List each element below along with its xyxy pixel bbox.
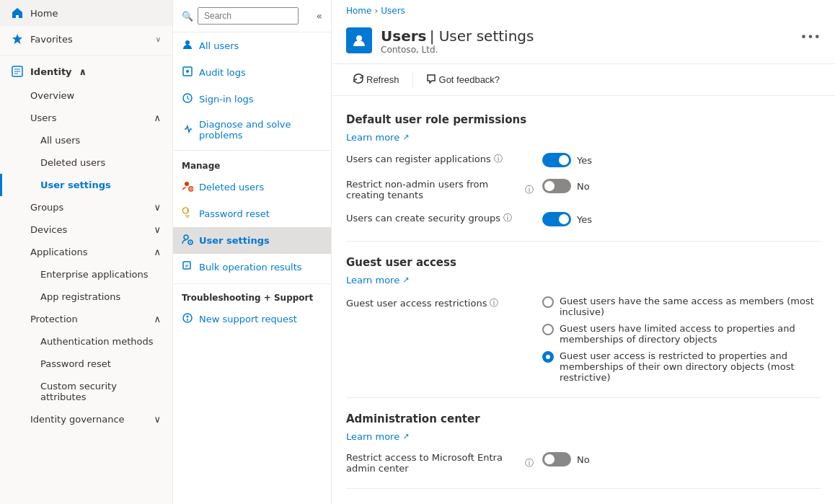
- search-input[interactable]: [198, 7, 299, 25]
- chevron-up-icon-users: ∧: [154, 112, 161, 123]
- middle-signin-logs-label: Sign-in logs: [199, 94, 254, 105]
- chevron-down-icon-devices: ∨: [154, 224, 161, 235]
- refresh-button[interactable]: Refresh: [346, 70, 407, 89]
- middle-item-diagnose[interactable]: Diagnose and solve problems: [173, 112, 331, 147]
- sidebar-item-users[interactable]: Users ∧: [0, 107, 172, 129]
- sidebar-item-identity-governance[interactable]: Identity governance ∨: [0, 408, 172, 430]
- svg-point-9: [184, 235, 188, 239]
- middle-item-deleted-users[interactable]: Deleted users: [173, 174, 331, 200]
- deleted-users-icon: [182, 180, 193, 194]
- info-icon-restrict[interactable]: ⓘ: [525, 184, 534, 196]
- toggle-restrict-admin[interactable]: [542, 452, 571, 467]
- star-icon: [12, 33, 23, 45]
- register-apps-value: Yes: [577, 155, 592, 166]
- page-title: Users | User settings: [381, 27, 792, 45]
- svg-point-6: [185, 182, 189, 186]
- setting-row-register-apps: Users can register applications ⓘ Yes: [346, 153, 821, 167]
- sidebar-item-home[interactable]: Home: [0, 0, 172, 26]
- radio-guest-option-1[interactable]: Guest users have the same access as memb…: [542, 296, 821, 317]
- info-icon-restrict-admin[interactable]: ⓘ: [525, 457, 534, 469]
- collapse-icon[interactable]: «: [316, 10, 322, 22]
- page-icon: [346, 27, 372, 53]
- sidebar-divider-1: [0, 55, 172, 56]
- sidebar-section-identity[interactable]: Identity ∧: [0, 58, 172, 84]
- sidebar-enterpriseapps-label: Enterprise applications: [40, 269, 149, 280]
- radio-circle-1: [542, 296, 554, 308]
- middle-item-user-settings[interactable]: User settings: [173, 227, 331, 254]
- learn-more-1[interactable]: Learn more ↗: [346, 132, 821, 143]
- sidebar-deletedusers-label: Deleted users: [40, 157, 105, 168]
- setting-label-guest-access: Guest user access restrictions ⓘ: [346, 296, 534, 309]
- sidebar-item-all-users[interactable]: All users: [0, 129, 172, 151]
- breadcrumb-users[interactable]: Users: [381, 6, 405, 16]
- toggle-restrict-non-admin[interactable]: [542, 179, 571, 193]
- radio-guest-option-3[interactable]: Guest user access is restricted to prope…: [542, 350, 821, 383]
- svg-point-14: [356, 35, 362, 41]
- sidebar-item-applications[interactable]: Applications ∧: [0, 241, 172, 263]
- chevron-up-icon: ∧: [79, 66, 87, 77]
- svg-marker-0: [12, 34, 22, 44]
- middle-deleted-users-label: Deleted users: [199, 182, 264, 193]
- sidebar-item-auth-methods[interactable]: Authentication methods: [0, 330, 172, 353]
- sidebar-identity-label: Identity: [30, 66, 72, 77]
- middle-item-all-users[interactable]: All users: [173, 32, 331, 59]
- all-users-icon: [182, 39, 193, 53]
- content-area: Default user role permissions Learn more…: [332, 96, 835, 504]
- more-options-icon[interactable]: •••: [800, 30, 821, 44]
- sidebar-item-deleted-users[interactable]: Deleted users: [0, 151, 172, 174]
- middle-search-area: 🔍 «: [173, 0, 331, 32]
- setting-label-restrict-non-admin: Restrict non-admin users from creating t…: [346, 179, 534, 200]
- middle-panel: 🔍 « All users Audit logs Sign-in logs Di…: [173, 0, 332, 504]
- sidebar-passwordreset-label: Password reset: [40, 358, 111, 369]
- sidebar-item-favorites[interactable]: Favorites ∨: [0, 26, 172, 52]
- toggle-register-apps[interactable]: [542, 153, 571, 167]
- sidebar-item-groups[interactable]: Groups ∨: [0, 196, 172, 218]
- middle-item-support-request[interactable]: New support request: [173, 306, 331, 332]
- sidebar-item-user-settings[interactable]: User settings: [0, 174, 172, 196]
- sidebar-item-enterprise-apps[interactable]: Enterprise applications: [0, 263, 172, 286]
- setting-label-create-security: Users can create security groups ⓘ: [346, 212, 534, 224]
- sidebar-item-overview[interactable]: Overview: [0, 84, 172, 107]
- middle-manage-section: Manage: [173, 154, 331, 174]
- sidebar-item-custom-security[interactable]: Custom security attributes: [0, 375, 172, 408]
- chevron-up-icon-protection: ∧: [154, 314, 161, 324]
- refresh-icon: [353, 74, 363, 86]
- breadcrumb: Home › Users: [332, 0, 835, 22]
- setting-control-register-apps: Yes: [542, 153, 592, 167]
- sidebar-usersettings-label: User settings: [40, 180, 111, 190]
- radio-circle-2: [542, 324, 554, 335]
- external-link-icon-1: ↗: [402, 133, 409, 142]
- middle-item-sign-in-logs[interactable]: Sign-in logs: [173, 86, 331, 112]
- middle-item-password-reset[interactable]: Password reset: [173, 200, 331, 227]
- middle-audit-logs-label: Audit logs: [199, 67, 246, 78]
- toggle-create-security[interactable]: [542, 212, 571, 226]
- radio-guest-option-2[interactable]: Guest users have limited access to prope…: [542, 323, 821, 345]
- sidebar-item-devices[interactable]: Devices ∨: [0, 218, 172, 241]
- sidebar-devices-label: Devices: [30, 224, 67, 235]
- password-reset-icon: [182, 207, 193, 221]
- info-icon-register[interactable]: ⓘ: [494, 153, 503, 165]
- setting-row-restrict-non-admin: Restrict non-admin users from creating t…: [346, 179, 821, 200]
- setting-row-create-security: Users can create security groups ⓘ Yes: [346, 212, 821, 226]
- feedback-button[interactable]: Got feedback?: [419, 70, 508, 89]
- diagnose-icon: [182, 123, 193, 137]
- sidebar-item-password-reset[interactable]: Password reset: [0, 353, 172, 375]
- svg-point-8: [187, 210, 188, 211]
- learn-more-3[interactable]: Learn more ↗: [346, 431, 821, 442]
- breadcrumb-home[interactable]: Home: [346, 6, 371, 16]
- create-security-value: Yes: [577, 214, 592, 225]
- middle-all-users-label: All users: [199, 40, 239, 51]
- sidebar-item-app-registrations[interactable]: App registrations: [0, 286, 172, 308]
- middle-item-audit-logs[interactable]: Audit logs: [173, 59, 331, 86]
- breadcrumb-separator: ›: [374, 6, 378, 16]
- sidebar-item-protection[interactable]: Protection ∧: [0, 308, 172, 330]
- middle-item-bulk-operations[interactable]: Bulk operation results: [173, 254, 331, 280]
- info-icon-guest-access[interactable]: ⓘ: [490, 297, 498, 309]
- setting-control-restrict-admin: No: [542, 452, 590, 467]
- setting-row-restrict-admin: Restrict access to Microsoft Entra admin…: [346, 452, 821, 474]
- info-icon-create-security[interactable]: ⓘ: [503, 212, 512, 224]
- sign-in-logs-icon: [182, 92, 193, 106]
- middle-troubleshooting-section: Troubleshooting + Support: [173, 287, 331, 306]
- sidebar-home-label: Home: [30, 8, 58, 19]
- learn-more-2[interactable]: Learn more ↗: [346, 275, 821, 286]
